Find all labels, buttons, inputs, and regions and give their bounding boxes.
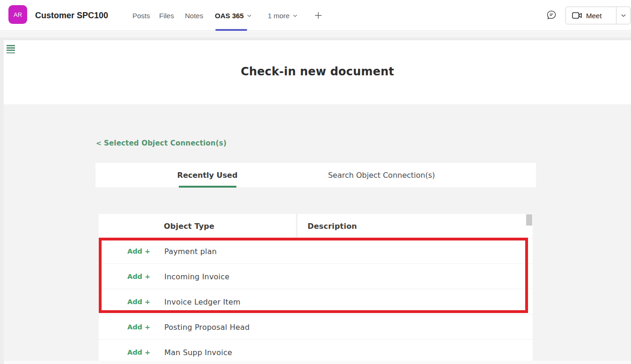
add-button[interactable]: Add + [127,314,150,340]
object-connection-table: Object Type Description Add + Payment pl… [99,214,533,361]
back-link-label: Selected Object Connection(s) [104,139,227,147]
tab-search-object-connections[interactable]: Search Object Connection(s) [328,163,435,187]
object-type-cell: Invoice Ledger Item [164,289,241,314]
back-link[interactable]: <Selected Object Connection(s) [96,139,227,147]
add-button[interactable]: Add + [127,264,150,289]
team-title: Customer SPC100 [35,0,108,31]
table-row: Add + Invoice Ledger Item [99,289,533,314]
table-header: Object Type Description [99,214,533,238]
teams-top-bar: AR Customer SPC100 Posts Files Notes OAS… [0,0,631,31]
meet-options-dropdown[interactable] [616,7,630,24]
object-type-cell: Payment plan [164,239,217,264]
chevron-down-icon [293,13,298,18]
page-title: Check-in new document [4,65,631,78]
chevron-left-icon: < [96,139,102,147]
tab-posts-label: Posts [132,12,150,20]
column-divider [296,214,298,238]
tab-files-label: Files [159,12,174,20]
object-table-body: Add + Payment plan Add + Incoming Invoic… [99,238,533,364]
app-header-panel: Check-in new document [4,40,631,104]
open-chat-button[interactable] [544,8,558,22]
divider-strip [0,31,631,37]
add-button[interactable]: Add + [127,239,150,264]
table-row: Add + Payment plan [99,238,533,263]
meet-button[interactable]: Meet [566,7,616,24]
active-tab-indicator [215,29,247,31]
tab-more-label: 1 more [268,12,290,20]
add-tab-button[interactable] [314,0,323,31]
chevron-down-icon [621,13,626,18]
tab-notes-label: Notes [185,12,203,20]
tab-posts[interactable]: Posts [132,0,150,31]
tab-notes[interactable]: Notes [185,0,203,31]
column-header-description: Description [308,214,357,238]
meet-button-label: Meet [586,12,602,20]
table-row: Add + Posting Proposal Head [99,314,533,339]
connection-tabs: Recently Used Search Object Connection(s… [95,163,536,187]
object-type-cell: Posting Proposal Head [164,314,249,340]
left-gutter [0,40,4,364]
plus-icon [314,11,323,20]
horizontal-scrollbar-track [4,361,631,364]
add-button[interactable]: Add + [127,289,150,314]
column-header-object-type: Object Type [164,214,214,238]
object-type-cell: Incoming Invoice [164,264,229,289]
vertical-scrollbar-thumb[interactable] [526,214,532,226]
table-row: Add + Incoming Invoice [99,263,533,289]
camera-icon [572,12,582,19]
tab-recently-used[interactable]: Recently Used [177,163,238,187]
tab-oas365[interactable]: OAS 365 [215,0,252,31]
chevron-down-icon [247,13,252,18]
tab-files[interactable]: Files [159,0,174,31]
active-tab-underline [179,186,236,188]
menu-icon[interactable] [7,45,15,55]
tab-more[interactable]: 1 more [268,0,298,31]
team-avatar[interactable]: AR [8,5,27,24]
meet-split-button: Meet [565,7,631,24]
chat-bubble-icon [545,9,558,21]
tab-oas365-label: OAS 365 [215,12,244,20]
